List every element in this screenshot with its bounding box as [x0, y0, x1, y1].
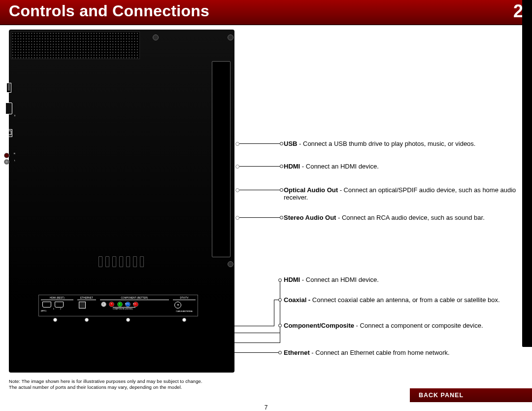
- ethernet-group: ETHERNET: [77, 296, 96, 308]
- component-description: Component/Composite - Connect a componen…: [284, 322, 517, 329]
- page-number: 7: [0, 404, 532, 411]
- side-port-strip: [212, 61, 231, 257]
- footnote: Note: The image shown here is for illust…: [9, 378, 202, 390]
- audio-out-r-label: R: [14, 152, 15, 155]
- leader-line: [239, 217, 280, 218]
- hdmi-side-port-num: 3: [14, 114, 15, 117]
- hdmi-group: HDMI (BEST) 1 2 (ARC): [41, 296, 73, 312]
- usb-description: USB - Connect a USB thumb drive to play …: [284, 140, 517, 147]
- leader-line: [280, 281, 280, 343]
- ethernet-group-title: ETHERNET: [77, 296, 96, 300]
- leader-end: [280, 142, 283, 145]
- leader-line: [86, 352, 280, 353]
- dtv-group-title: DTV/TV: [173, 296, 196, 300]
- optical-port: OPTICAL: [4, 129, 14, 137]
- leader-line: [55, 322, 55, 342]
- leader-origin: [235, 216, 239, 220]
- coaxial-description: Coaxial - Connect coaxial cable an anten…: [284, 296, 517, 304]
- screw-icon: [153, 34, 159, 40]
- audio-out-port: AUDIO OUT R L: [4, 152, 14, 166]
- leader-line: [280, 326, 280, 333]
- leader-line: [274, 300, 274, 326]
- optical-port-label: OPTICAL: [1, 129, 4, 137]
- coax-port-icon: [174, 302, 181, 308]
- leader-end: [278, 298, 282, 302]
- rca-red-icon: R: [109, 302, 114, 307]
- leader-line: [184, 322, 184, 326]
- leader-origin: [235, 188, 239, 192]
- cable-antenna-sublabel: CABLE/ANTENNA: [173, 310, 196, 312]
- rca-red2-icon: Pr/Cr: [133, 302, 138, 307]
- control-buttons-row: [99, 256, 144, 267]
- leader-end: [278, 324, 282, 327]
- leader-end: [280, 216, 283, 219]
- leader-end: [278, 351, 282, 354]
- leader-end: [280, 188, 283, 192]
- rca-blue-icon: Pb/Cb: [125, 302, 131, 307]
- tv-back-illustration: [9, 30, 234, 373]
- leader-origin: [182, 318, 186, 322]
- leader-end: [280, 165, 283, 168]
- optical-description: Optical Audio Out - Connect an optical/S…: [284, 186, 517, 201]
- usb-port: USB: [4, 83, 14, 93]
- tv-right-edge: [522, 0, 532, 347]
- leader-line: [55, 342, 280, 343]
- hdmi-side-port-label: HDMI (BEST): [2, 102, 4, 115]
- leader-end: [278, 278, 282, 282]
- bottom-port-panel: HDMI (BEST) 1 2 (ARC) ETHERNET COMPONENT…: [38, 295, 198, 316]
- hdmi-port-icon: [42, 302, 51, 308]
- leader-origin: [235, 165, 239, 169]
- screw-icon: [228, 261, 233, 267]
- chapter-header: Controls and Connections 2: [0, 0, 532, 25]
- ethernet-port-icon: [79, 302, 86, 308]
- leader-origin: [85, 318, 89, 322]
- component-group: COMPONENT (BETTER) L R Y Pb/Cb Pr/Cr COM…: [100, 296, 169, 310]
- leader-origin: [235, 142, 239, 146]
- back-panel-tag: BACK PANEL: [410, 388, 532, 402]
- leader-origin: [126, 318, 130, 322]
- speaker-grille: [11, 32, 140, 59]
- composite-sublabel: COMPOSITE (GOOD): [113, 307, 135, 310]
- usb-port-label: USB: [0, 86, 0, 90]
- ethernet-description: Ethernet - Connect an Ethernet cable fro…: [284, 349, 517, 356]
- leader-line: [239, 166, 280, 167]
- audio-out-port-label: AUDIO OUT: [2, 153, 4, 164]
- hdmi-description: HDMI - Connect an HDMI device.: [284, 163, 517, 170]
- rca-green-icon: Y: [117, 302, 123, 307]
- component-group-title: COMPONENT (BETTER): [100, 296, 169, 300]
- chapter-title: Controls and Connections: [9, 2, 209, 20]
- hdmi-group-title: HDMI (BEST): [41, 296, 73, 300]
- hdmi-bottom-description: HDMI - Connect an HDMI device.: [284, 276, 517, 283]
- screw-icon: [228, 34, 233, 40]
- hdmi-side-port: HDMI (BEST) 3: [4, 103, 14, 114]
- leader-line: [239, 143, 280, 144]
- hdmi-port-icon: [55, 302, 64, 308]
- rca-white-icon: L: [101, 302, 106, 307]
- dtv-group: DTV/TV CABLE/ANTENNA: [173, 296, 196, 312]
- stereo-description: Stereo Audio Out - Connect an RCA audio …: [284, 214, 517, 221]
- audio-out-l-label: L: [14, 159, 15, 162]
- chapter-number: 2: [513, 1, 523, 22]
- leader-origin: [53, 318, 57, 322]
- leader-line: [128, 333, 280, 333]
- leader-line: [239, 190, 280, 190]
- leader-line: [86, 322, 87, 352]
- leader-line: [128, 322, 128, 333]
- leader-line: [184, 326, 274, 326]
